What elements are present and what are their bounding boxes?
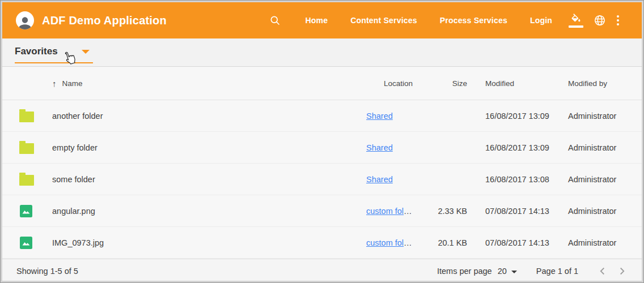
previous-page-button[interactable] (593, 261, 612, 281)
globe-icon (594, 14, 606, 27)
folder-icon (19, 112, 34, 122)
column-header-location[interactable]: Location (353, 79, 413, 88)
document-list: ↑ Name Location Size Modified Modified b… (2, 67, 642, 259)
showing-range-label: Showing 1-5 of 5 (16, 267, 78, 276)
file-size: 2.33 KB (413, 207, 467, 216)
chevron-left-icon (596, 265, 609, 277)
avatar[interactable] (16, 11, 34, 29)
items-per-page-value: 20 (498, 267, 507, 276)
pagination-bar: Showing 1-5 of 5 Items per page 20 Page … (2, 259, 642, 281)
modified-date: 07/08/2017 14:13 (467, 207, 551, 216)
modified-by: Administrator (551, 238, 628, 247)
nav-item-login[interactable]: Login (519, 10, 564, 31)
image-file-icon (19, 204, 33, 218)
more-vert-icon (617, 15, 619, 18)
page-status-label: Page 1 of 1 (536, 267, 578, 276)
column-header-modified-by[interactable]: Modified by (551, 79, 628, 88)
column-header-modified[interactable]: Modified (467, 79, 551, 88)
file-name[interactable]: empty folder (52, 143, 353, 152)
modified-date: 16/08/2017 13:08 (467, 175, 551, 184)
folder-icon (19, 143, 34, 154)
page-title: ADF Demo Application (42, 14, 167, 27)
modified-date: 16/08/2017 13:09 (467, 143, 551, 152)
app-header: ADF Demo Application Home Content Servic… (2, 2, 642, 38)
modified-by: Administrator (551, 207, 628, 216)
location-link[interactable]: custom folder (366, 207, 413, 216)
table-row[interactable]: another folder Shared 16/08/2017 13:09 A… (2, 100, 642, 132)
search-icon (269, 15, 281, 26)
file-size: 20.1 KB (413, 238, 467, 247)
more-options-button[interactable] (611, 13, 625, 28)
chevron-right-icon (616, 265, 628, 277)
theme-picker-button[interactable] (564, 10, 588, 31)
location-link[interactable]: Shared (366, 175, 393, 184)
table-row[interactable]: IMG_0973.jpg custom folder 20.1 KB 07/08… (2, 227, 642, 259)
nav-item-content-services[interactable]: Content Services (339, 10, 429, 31)
column-header-size[interactable]: Size (413, 79, 467, 88)
location-link[interactable]: custom folder (366, 238, 413, 247)
items-per-page-label: Items per page (437, 267, 492, 276)
file-name[interactable]: some folder (52, 175, 353, 184)
paint-bucket-icon (569, 14, 583, 28)
file-name[interactable]: angular.png (52, 207, 353, 216)
location-link[interactable]: Shared (366, 112, 393, 121)
view-dropdown-label: Favorites (15, 46, 58, 57)
folder-icon (19, 175, 34, 186)
modified-date: 16/08/2017 13:09 (467, 112, 551, 121)
items-per-page-select[interactable]: 20 (498, 267, 517, 276)
modified-date: 07/08/2017 14:13 (467, 238, 551, 247)
dropdown-caret-icon (511, 271, 517, 273)
modified-by: Administrator (551, 175, 628, 184)
column-header-name[interactable]: ↑ Name (52, 79, 353, 88)
file-name[interactable]: IMG_0973.jpg (52, 238, 353, 247)
screenshot-frame: ADF Demo Application Home Content Servic… (0, 0, 644, 283)
search-button[interactable] (264, 11, 286, 29)
items-per-page: Items per page 20 (437, 267, 517, 276)
view-switcher-bar: Favorites (2, 38, 642, 67)
chevron-down-icon (82, 50, 90, 54)
location-link[interactable]: Shared (366, 143, 393, 152)
view-dropdown[interactable]: Favorites (15, 46, 93, 63)
nav-item-home[interactable]: Home (294, 10, 339, 31)
table-header-row: ↑ Name Location Size Modified Modified b… (2, 67, 642, 100)
theme-color-indicator (569, 25, 583, 28)
file-name[interactable]: another folder (52, 112, 353, 121)
top-navigation: Home Content Services Process Services L… (264, 10, 625, 31)
language-button[interactable] (588, 11, 611, 30)
image-file-icon (19, 236, 33, 250)
next-page-button[interactable] (612, 261, 632, 281)
table-row[interactable]: angular.png custom folder 2.33 KB 07/08/… (2, 195, 642, 227)
table-row[interactable]: empty folder Shared 16/08/2017 13:09 Adm… (2, 132, 642, 164)
adf-app-window: ADF Demo Application Home Content Servic… (2, 2, 642, 281)
modified-by: Administrator (551, 143, 628, 152)
table-row[interactable]: some folder Shared 16/08/2017 13:08 Admi… (2, 164, 642, 195)
nav-item-process-services[interactable]: Process Services (429, 10, 519, 31)
user-avatar-icon (16, 14, 33, 29)
sort-ascending-icon: ↑ (52, 79, 57, 88)
modified-by: Administrator (551, 112, 628, 121)
